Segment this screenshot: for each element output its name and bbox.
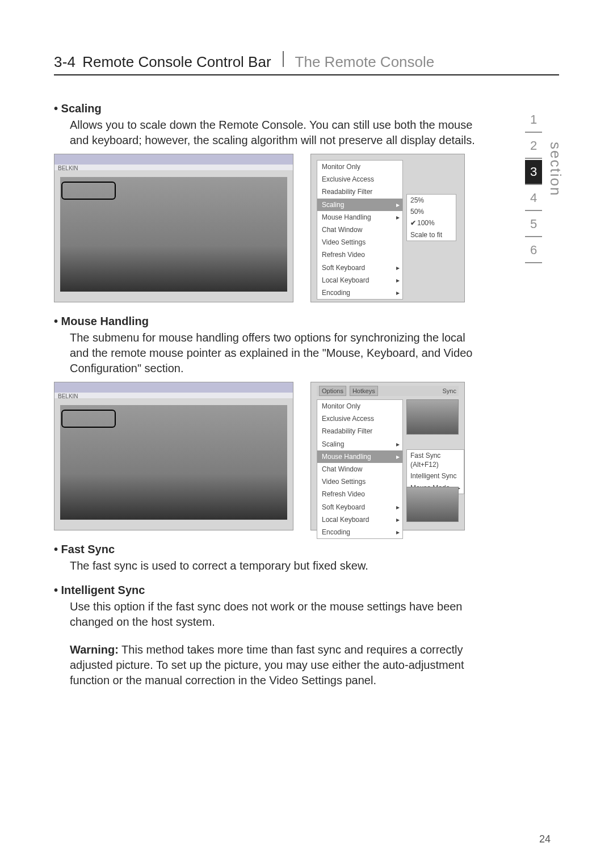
heading-mouse-handling: Mouse Handling xyxy=(54,314,485,329)
menu-item: Refresh Video xyxy=(317,248,402,261)
preview-thumb xyxy=(406,399,459,435)
submenu-arrow-icon: ▸ xyxy=(396,452,400,461)
text-warning: Warning: This method takes more time tha… xyxy=(70,642,485,688)
submenu-item: ✔100% xyxy=(407,217,456,229)
section-index-4: 4 xyxy=(525,186,542,211)
header-chapter-title: The Remote Console xyxy=(295,53,435,71)
submenu-item: Fast Sync (Alt+F12) xyxy=(407,450,464,470)
menu-item: Readability Filter xyxy=(317,186,402,198)
submenu-arrow-icon: ▸ xyxy=(396,528,400,537)
figure-mouse-handling: BELKIN Options Hotkeys Sync Monitor Only… xyxy=(54,382,485,530)
menu-item: Mouse Handling▸ xyxy=(317,450,402,463)
submenu-arrow-icon: ▸ xyxy=(396,288,400,297)
warning-text: This method takes more time than fast sy… xyxy=(70,643,464,686)
section-index-1: 1 xyxy=(525,108,542,133)
submenu-arrow-icon: ▸ xyxy=(396,276,400,285)
submenu-arrow-icon: ▸ xyxy=(396,200,400,209)
submenu-arrow-icon: ▸ xyxy=(396,440,400,449)
toolbar-sync: Sync xyxy=(443,387,456,395)
toolbar-mini: Options Hotkeys Sync xyxy=(317,386,459,396)
shot-titlebar xyxy=(54,154,293,165)
page-header: 3-4 Remote Console Control Bar The Remot… xyxy=(54,51,559,75)
menu-item: Scaling▸ xyxy=(317,438,402,450)
preview-thumb xyxy=(406,487,459,522)
page-number: 24 xyxy=(539,833,551,845)
submenu-item: 50% xyxy=(407,206,456,217)
menu-item: Mouse Handling▸ xyxy=(317,211,402,224)
header-separator xyxy=(283,51,284,67)
menu-item: Chat Window xyxy=(317,224,402,236)
menu-item: Monitor Only xyxy=(317,161,402,173)
shot-highlight-frame xyxy=(61,410,116,428)
toolbar-options: Options xyxy=(319,386,346,397)
submenu-arrow-icon: ▸ xyxy=(396,515,400,524)
section-index-2: 2 xyxy=(525,134,542,159)
mouse-screenshot-right: Options Hotkeys Sync Monitor OnlyExclusi… xyxy=(310,382,465,530)
menu-item: Local Keyboard▸ xyxy=(317,513,402,526)
menu-item: Encoding▸ xyxy=(317,526,402,538)
menu-item: Monitor Only xyxy=(317,400,402,412)
menu-item: Local Keyboard▸ xyxy=(317,274,402,286)
figure-scaling: BELKIN Monitor OnlyExclusive AccessReada… xyxy=(54,154,485,302)
heading-intelligent-sync: Intelligent Sync xyxy=(54,583,485,598)
text-scaling: Allows you to scale down the Remote Cons… xyxy=(70,117,485,148)
shot-titlebar xyxy=(54,382,293,393)
text-fast-sync: The fast sync is used to correct a tempo… xyxy=(70,558,485,574)
mouse-screenshot-left: BELKIN xyxy=(54,382,293,530)
menu-item: Exclusive Access xyxy=(317,173,402,186)
menu-item: Soft Keyboard▸ xyxy=(317,501,402,513)
scaling-screenshot-right: Monitor OnlyExclusive AccessReadability … xyxy=(310,154,465,302)
menu-item: Exclusive Access xyxy=(317,412,402,425)
submenu-item: Scale to fit xyxy=(407,229,456,241)
menu-item: Encoding▸ xyxy=(317,286,402,299)
header-section-number: 3-4 xyxy=(54,53,75,71)
section-index-3: 3 xyxy=(525,160,542,185)
submenu-item: Intelligent Sync xyxy=(407,470,464,482)
section-index-label: section xyxy=(547,142,564,196)
heading-scaling: Scaling xyxy=(54,101,485,116)
section-index-6: 6 xyxy=(525,238,542,263)
warning-label: Warning: xyxy=(70,643,119,656)
submenu-arrow-icon: ▸ xyxy=(396,213,400,222)
toolbar-hotkeys: Hotkeys xyxy=(350,386,378,397)
text-mouse-handling: The submenu for mouse handling offers tw… xyxy=(70,330,485,376)
shot-highlight-frame xyxy=(61,182,116,200)
shot-brandbar: BELKIN xyxy=(54,165,293,170)
menu-item: Chat Window xyxy=(317,463,402,475)
section-index-sidebar: 123456 section xyxy=(525,108,559,263)
heading-fast-sync: Fast Sync xyxy=(54,542,485,557)
shot-brandbar: BELKIN xyxy=(54,393,293,398)
menu-item: Video Settings xyxy=(317,236,402,248)
menu-item: Readability Filter xyxy=(317,425,402,437)
menu-item: Soft Keyboard▸ xyxy=(317,262,402,274)
header-section-title: Remote Console Control Bar xyxy=(82,53,271,71)
menu-item: Video Settings xyxy=(317,475,402,488)
scaling-screenshot-left: BELKIN xyxy=(54,154,293,302)
menu-item: Refresh Video xyxy=(317,488,402,500)
text-intelligent-sync: Use this option if the fast sync does no… xyxy=(70,599,485,630)
section-index-5: 5 xyxy=(525,212,542,237)
menu-item: Scaling▸ xyxy=(317,199,402,211)
check-icon: ✔ xyxy=(410,219,417,227)
submenu-arrow-icon: ▸ xyxy=(396,503,400,512)
submenu-item: 25% xyxy=(407,195,456,206)
submenu-arrow-icon: ▸ xyxy=(396,263,400,272)
